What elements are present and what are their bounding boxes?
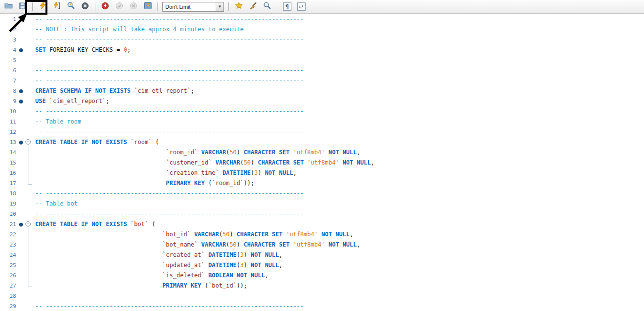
fold-gutter [24,291,33,301]
pilcrow-icon: ¶ [283,2,291,11]
line-number: 2 [0,24,18,35]
code-line[interactable]: 24 `created_at` DATETIME(3) NOT NULL, [0,250,644,260]
code-line[interactable]: 21−CREATE TABLE IF NOT EXISTS `bot` ( [0,219,644,229]
line-number: 14 [0,147,18,158]
toggle-word-wrap-button[interactable]: ↵ [296,1,307,12]
code-line[interactable]: 18-- -----------------------------------… [0,188,644,199]
code-text [33,291,35,301]
save-script-button[interactable] [17,1,28,12]
execute-script-button[interactable] [37,1,48,12]
code-line[interactable]: 13−CREATE TABLE IF NOT EXISTS `room` ( [0,137,644,147]
limit-rows-dropdown[interactable]: Don't Limit ▼ [162,2,224,12]
rollback-x-icon [130,2,137,12]
code-text: `created_at` DATETIME(3) NOT NULL, [33,250,283,260]
code-line[interactable]: 28 [0,291,644,301]
chevron-down-icon: ▼ [216,2,223,11]
code-text: `creation_time` DATETIME(3) NOT NULL, [33,168,297,178]
code-line[interactable]: 2-- NOTE : This script will take approx … [0,24,644,35]
marker-gutter [18,117,24,127]
code-line[interactable]: 3-- ------------------------------------… [0,35,644,45]
line-number: 22 [0,229,18,240]
code-line[interactable]: 14 `room_id` VARCHAR(50) CHARACTER SET '… [0,147,644,158]
line-number: 19 [0,199,18,209]
marker-gutter [18,24,24,35]
code-line[interactable]: 22 `bot_id` VARCHAR(50) CHARACTER SET 'u… [0,229,644,240]
clear-query-button[interactable] [247,1,258,12]
line-number: 3 [0,35,18,45]
stop-query-button[interactable] [80,1,90,12]
code-text: -- -------------------------------------… [33,106,304,117]
sql-editor[interactable]: 1-- ------------------------------------… [0,14,644,311]
fold-toggle-icon[interactable]: − [24,137,33,147]
code-text: USE `cim_etl_report`; [33,96,110,106]
code-line[interactable]: 7-- ------------------------------------… [0,76,644,86]
fold-gutter [24,45,33,55]
code-text: CREATE TABLE IF NOT EXISTS `room` ( [33,137,159,147]
fold-gutter [24,240,33,250]
marker-gutter [18,209,24,219]
stop-icon [81,2,89,12]
line-number: 13 [0,137,18,147]
code-line[interactable]: 8CREATE SCHEMA IF NOT EXISTS `cim_etl_re… [0,86,644,96]
fold-gutter [24,127,33,137]
code-line[interactable]: 16 `creation_time` DATETIME(3) NOT NULL, [0,168,644,178]
commit-button[interactable] [114,1,125,12]
marker-gutter [18,301,24,311]
line-number: 27 [0,281,18,291]
code-text: -- -------------------------------------… [33,127,304,137]
fold-gutter [24,106,33,117]
fold-gutter [24,158,33,168]
marker-gutter [18,65,24,76]
explain-plan-button[interactable] [66,1,76,12]
toggle-invisible-characters-button[interactable]: ¶ [282,1,292,12]
code-line[interactable]: 1-- ------------------------------------… [0,14,644,24]
code-line[interactable]: 15 `customer_id` VARCHAR(50) CHARACTER S… [0,158,644,168]
fold-gutter [24,35,33,45]
fold-gutter [24,117,33,127]
open-folder-icon [4,1,13,12]
line-number: 25 [0,260,18,270]
marker-gutter [18,260,24,270]
line-number: 29 [0,301,18,311]
code-line[interactable]: 27 PRIMARY KEY (`bot_id`)); [0,281,644,291]
fold-gutter [24,188,33,199]
code-line[interactable]: 23 `bot_name` VARCHAR(50) CHARACTER SET … [0,240,644,250]
limit-rows-value: Don't Limit [163,4,216,10]
beautify-script-button[interactable] [233,1,244,12]
fold-gutter [24,260,33,270]
statement-marker [18,86,24,96]
fold-gutter [24,86,33,96]
code-line[interactable]: 10-- -----------------------------------… [0,106,644,117]
rollback-button[interactable] [128,1,139,12]
marker-gutter [18,14,24,24]
code-line[interactable]: 12-- -----------------------------------… [0,127,644,137]
toggle-stop-on-error-button[interactable] [100,1,111,12]
execute-current-statement-button[interactable] [51,1,62,12]
fold-toggle-icon[interactable]: − [24,219,33,229]
code-line[interactable]: 11-- Table room [0,117,644,127]
marker-gutter [18,158,24,168]
code-line[interactable]: 20-- -----------------------------------… [0,209,644,219]
code-line[interactable]: 17 PRIMARY KEY (`room_id`)); [0,178,644,188]
stop-on-error-icon [101,2,109,12]
open-script-button[interactable] [3,1,14,12]
fold-gutter [24,301,33,311]
find-button[interactable] [262,1,272,12]
code-text: -- -------------------------------------… [33,76,304,86]
fold-gutter [24,76,33,86]
code-line[interactable]: 26 `is_deleted` BOOLEAN NOT NULL, [0,270,644,281]
code-line[interactable]: 19-- Table bot [0,199,644,209]
marker-gutter [18,240,24,250]
save-floppy-icon [19,2,26,12]
toggle-autocommit-button[interactable] [142,1,153,12]
code-line[interactable]: 9USE `cim_etl_report`; [0,96,644,106]
marker-gutter [18,127,24,137]
code-line[interactable]: 29-- -----------------------------------… [0,301,644,311]
code-text: CREATE SCHEMA IF NOT EXISTS `cim_etl_rep… [33,86,194,96]
line-number: 10 [0,106,18,117]
code-line[interactable]: 5 [0,55,644,65]
code-line[interactable]: 6-- ------------------------------------… [0,65,644,76]
code-line[interactable]: 4SET FOREIGN_KEY_CHECKS = 0; [0,45,644,55]
code-line[interactable]: 25 `updated_at` DATETIME(3) NOT NULL, [0,260,644,270]
line-number: 23 [0,240,18,250]
